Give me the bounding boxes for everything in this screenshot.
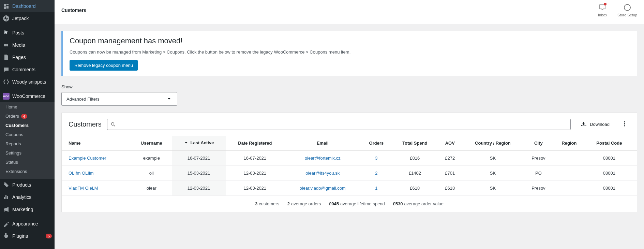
submenu-extensions[interactable]: Extensions <box>0 167 55 176</box>
col-region[interactable]: Region <box>553 136 585 150</box>
customer-email-link[interactable]: olear.vlado@gmail.com <box>300 186 346 191</box>
cell-region <box>553 165 585 180</box>
summary-avg-orders: 2 <box>287 201 290 206</box>
cell-country: SK <box>462 180 523 195</box>
svg-point-4 <box>624 121 625 122</box>
orders-count-badge: 4 <box>21 114 27 119</box>
marketing-icon <box>3 206 10 213</box>
menu-marketing[interactable]: Marketing <box>0 203 55 216</box>
summary-count: 3 <box>255 201 257 206</box>
col-aov[interactable]: AOV <box>438 136 462 150</box>
submenu-home-label: Home <box>5 104 17 109</box>
cell-aov: £272 <box>438 150 462 165</box>
cell-city: Presov <box>524 180 553 195</box>
col-orders[interactable]: Orders <box>361 136 392 150</box>
cell-total-spend: £1402 <box>392 165 438 180</box>
col-postal[interactable]: Postal Code <box>585 136 637 150</box>
notice-title: Coupon management has moved! <box>70 36 630 45</box>
comment-icon <box>3 66 10 73</box>
submenu-customers[interactable]: Customers <box>0 121 55 130</box>
customer-name-link[interactable]: Example Customer <box>69 156 106 161</box>
customer-email-link[interactable]: olear@fortemix.cz <box>305 156 341 161</box>
cell-city: Presov <box>524 150 553 165</box>
cell-total-spend: £816 <box>392 150 438 165</box>
cell-region <box>553 180 585 195</box>
svg-point-5 <box>624 123 625 124</box>
menu-products[interactable]: Products <box>0 179 55 191</box>
cell-country: SK <box>462 150 523 165</box>
col-email[interactable]: Email <box>284 136 361 150</box>
submenu-orders[interactable]: Orders 4 <box>0 112 55 121</box>
menu-woody[interactable]: Woody snippets <box>0 76 55 88</box>
cell-country: SK <box>462 165 523 180</box>
submenu-coupons[interactable]: Coupons <box>0 130 55 139</box>
svg-point-0 <box>3 15 9 21</box>
pin-icon <box>3 29 10 36</box>
customers-card: Customers Download <box>61 113 637 212</box>
download-icon <box>580 121 587 128</box>
download-button[interactable]: Download <box>576 119 614 130</box>
customer-orders-link[interactable]: 3 <box>375 156 377 161</box>
col-country[interactable]: Country / Region <box>462 136 523 150</box>
col-city[interactable]: City <box>524 136 553 150</box>
inbox-button[interactable]: Inbox <box>598 3 607 17</box>
remove-legacy-coupon-button[interactable]: Remove legacy coupon menu <box>70 60 138 71</box>
menu-analytics[interactable]: Analytics <box>0 191 55 203</box>
appearance-icon <box>3 220 10 227</box>
menu-appearance[interactable]: Appearance <box>0 218 55 230</box>
customer-orders-link[interactable]: 2 <box>375 171 377 176</box>
menu-jetpack-label: Jetpack <box>12 16 52 21</box>
menu-appearance-label: Appearance <box>12 221 52 226</box>
customers-title: Customers <box>69 120 102 128</box>
svg-point-3 <box>111 122 114 125</box>
submenu-settings[interactable]: Settings <box>0 148 55 158</box>
search-icon <box>110 122 116 127</box>
submenu-reports[interactable]: Reports <box>0 139 55 148</box>
menu-woocommerce[interactable]: woo WooCommerce <box>0 90 55 102</box>
customer-name-link[interactable]: VladFM OleLM <box>69 186 98 191</box>
submenu-coupons-label: Coupons <box>5 132 23 137</box>
header-actions: Inbox Store Setup <box>598 3 637 17</box>
submenu-home[interactable]: Home <box>0 102 55 112</box>
menu-plugins[interactable]: Plugins 5 <box>0 230 55 242</box>
submenu-settings-label: Settings <box>5 150 21 156</box>
more-options-button[interactable] <box>619 118 630 130</box>
menu-pages[interactable]: Pages <box>0 51 55 63</box>
col-name[interactable]: Name <box>62 136 131 150</box>
menu-posts[interactable]: Posts <box>0 27 55 39</box>
customer-name-link[interactable]: OLIfm OLIlm <box>69 171 94 176</box>
menu-plugins-label: Plugins <box>12 233 44 239</box>
menu-dashboard[interactable]: Dashboard <box>0 0 55 12</box>
snippet-icon <box>3 78 10 85</box>
cell-postal: 08001 <box>585 180 637 195</box>
store-setup-button[interactable]: Store Setup <box>617 3 637 17</box>
cell-date-registered: 16-07-2021 <box>226 150 284 165</box>
plugins-icon <box>3 233 10 239</box>
show-label: Show: <box>61 84 637 89</box>
advanced-filters-select[interactable]: Advanced Filters <box>61 92 177 106</box>
woocommerce-submenu: Home Orders 4 Customers Coupons Reports … <box>0 102 55 179</box>
customer-orders-link[interactable]: 1 <box>375 186 377 191</box>
customer-email-link[interactable]: olear@its4you.sk <box>305 171 340 176</box>
cell-aov: £701 <box>438 165 462 180</box>
cell-total-spend: £618 <box>392 180 438 195</box>
menu-jetpack[interactable]: Jetpack <box>0 12 55 25</box>
submenu-status[interactable]: Status <box>0 158 55 167</box>
customers-table: Name Username Last Active Date Registere… <box>62 136 637 196</box>
col-last-active[interactable]: Last Active <box>172 136 226 150</box>
search-input[interactable] <box>107 119 571 130</box>
chevron-down-icon <box>184 141 189 145</box>
col-total-spend[interactable]: Total Spend <box>392 136 438 150</box>
media-icon <box>3 42 10 48</box>
menu-comments-label: Comments <box>12 67 52 72</box>
inbox-label: Inbox <box>598 13 607 17</box>
menu-media[interactable]: Media <box>0 39 55 51</box>
coupon-notice: Coupon management has moved! Coupons can… <box>61 31 637 76</box>
menu-comments[interactable]: Comments <box>0 63 55 76</box>
submenu-reports-label: Reports <box>5 141 21 146</box>
main-content: Customers Inbox Store Setup Coupon manag… <box>55 0 644 249</box>
summary-aov: £530 <box>393 201 403 206</box>
col-date-registered[interactable]: Date Registered <box>226 136 284 150</box>
col-username[interactable]: Username <box>131 136 172 150</box>
customers-summary: 3customers 2average orders £945average l… <box>62 196 637 212</box>
